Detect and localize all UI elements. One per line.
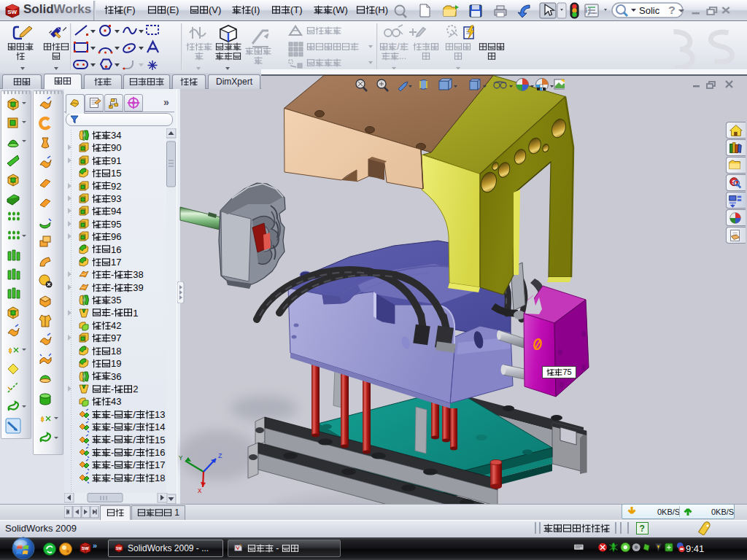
- svg-text:0KB/S: 0KB/S: [657, 508, 680, 516]
- svg-text:SW: SW: [7, 9, 17, 15]
- svg-text:SW: SW: [116, 547, 122, 551]
- svg-text:Solic: Solic: [639, 5, 660, 16]
- svg-text:»: »: [93, 541, 97, 550]
- svg-text:Y: Y: [179, 455, 183, 462]
- svg-text:り..: り..: [584, 6, 597, 16]
- svg-text:0KB/S: 0KB/S: [711, 508, 734, 516]
- svg-text:X: X: [198, 488, 202, 495]
- svg-text:?: ?: [668, 4, 676, 16]
- svg-text:SW: SW: [82, 546, 89, 551]
- svg-text:?: ?: [640, 524, 645, 534]
- svg-text:Z: Z: [218, 453, 222, 460]
